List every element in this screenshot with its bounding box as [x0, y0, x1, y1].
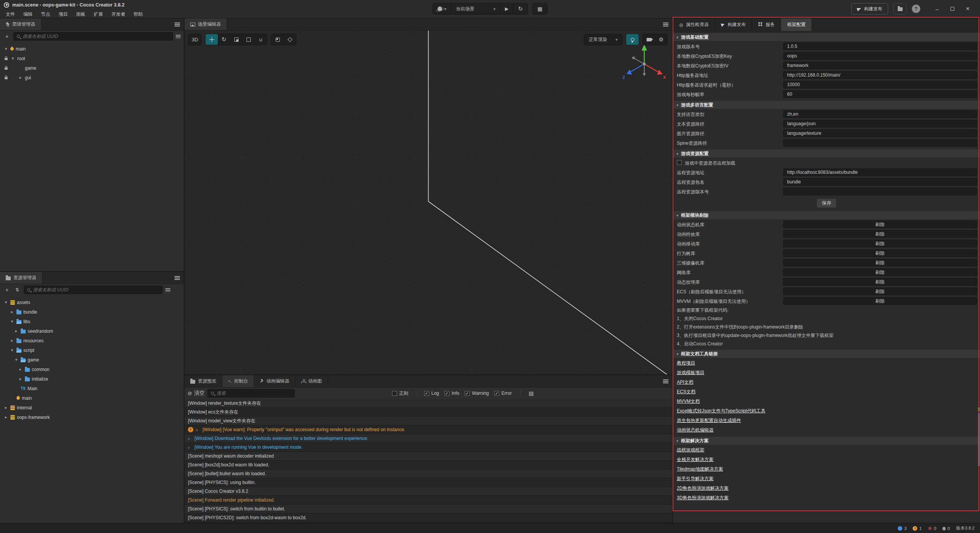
chevron-down-icon[interactable]: ▾: [14, 357, 19, 362]
anchor-tool-button[interactable]: ∪: [255, 34, 267, 45]
cull-button[interactable]: 剔除: [783, 221, 977, 228]
tab-service[interactable]: 服务: [752, 18, 781, 31]
current-scene-dropdown[interactable]: 当前场景 ▾: [451, 3, 500, 14]
cull-button[interactable]: 剔除: [783, 259, 977, 266]
menu-item[interactable]: 编辑: [19, 10, 37, 18]
field-input[interactable]: bundle: [783, 178, 977, 186]
play-button[interactable]: ▶: [500, 3, 513, 14]
cull-button[interactable]: 剔除: [783, 240, 977, 247]
notification-badge[interactable]: 0: [942, 526, 950, 531]
menu-item[interactable]: 扩展: [90, 10, 107, 18]
cull-button[interactable]: 剔除: [783, 288, 977, 295]
hierarchy-search-input[interactable]: 搜索名称或 UUID: [13, 32, 173, 41]
field-input[interactable]: language/json: [783, 120, 977, 128]
doc-link[interactable]: 战棋游戏框架: [677, 447, 704, 453]
tab-framework-config[interactable]: 框架配置: [781, 18, 812, 31]
scrollbar-thumb[interactable]: [978, 413, 980, 466]
field-input[interactable]: 10000: [783, 81, 977, 88]
open-project-folder-button[interactable]: [893, 3, 906, 15]
doc-link[interactable]: 教程项目: [677, 360, 695, 366]
clear-console-button[interactable]: ⊘ 清空: [188, 389, 205, 397]
chevron-down-icon[interactable]: ▾: [10, 56, 15, 61]
section-header[interactable]: ▾框架文档工具链接: [673, 349, 980, 358]
chevron-right-icon[interactable]: ▸: [10, 309, 15, 314]
log-count-badge[interactable]: 3: [898, 526, 906, 531]
chevron-right-icon[interactable]: ▸: [18, 75, 23, 80]
filter-checkbox[interactable]: ✓: [494, 391, 499, 396]
filter-error[interactable]: ✓Error: [494, 391, 512, 396]
chevron-down-icon[interactable]: ▾: [3, 46, 8, 51]
assets-search-input[interactable]: 搜索名称或 UUID: [24, 286, 163, 294]
scale-tool-button[interactable]: [230, 34, 242, 45]
section-header[interactable]: ▾游戏资源配置: [673, 149, 980, 158]
filter-log[interactable]: ✓Log: [424, 391, 439, 396]
toggle-3d-button[interactable]: 3D: [189, 34, 201, 45]
filter-checkbox[interactable]: ✓: [424, 391, 429, 396]
tab-scene-editor[interactable]: 场景编辑器: [185, 18, 227, 30]
tab-console-2[interactable]: 动画编辑器: [254, 375, 296, 387]
field-input[interactable]: oops: [783, 52, 977, 60]
regex-toggle[interactable]: 正则: [392, 390, 408, 397]
snap-corner-button[interactable]: [271, 34, 284, 45]
cull-button[interactable]: 剔除: [783, 297, 977, 305]
field-input[interactable]: http://192.168.0.150/main/: [783, 71, 977, 79]
rotate-tool-button[interactable]: ↻: [218, 34, 230, 45]
tree-row[interactable]: ▾libs: [0, 317, 184, 326]
doc-link[interactable]: 全栈开发解决方案: [677, 456, 714, 463]
tab-console[interactable]: >_控制台: [222, 375, 254, 387]
rect-tool-button[interactable]: [242, 34, 255, 45]
filter-checkbox[interactable]: ✓: [465, 391, 470, 396]
camera-preview-button[interactable]: [643, 34, 655, 45]
scene-viewport[interactable]: 3D ↻ ∪ 正常渲染 ▾ ⚙: [185, 31, 672, 374]
close-button[interactable]: ×: [960, 3, 975, 15]
tree-row[interactable]: ▾main: [0, 44, 184, 54]
tree-row[interactable]: ▸oops-framework: [0, 412, 184, 422]
doc-link[interactable]: 原生包热更新配置自动生成插件: [677, 417, 741, 424]
chevron-right-icon[interactable]: ▸: [18, 367, 23, 372]
expand-chevron-icon[interactable]: ›: [196, 427, 200, 433]
chevron-down-icon[interactable]: ▾: [10, 348, 15, 353]
section-header[interactable]: ▾游戏多语言配置: [673, 100, 980, 110]
tree-row[interactable]: ▸bundle: [0, 307, 184, 317]
panel-menu-icon[interactable]: [663, 23, 668, 26]
field-input[interactable]: language/texture: [783, 129, 977, 137]
tree-row[interactable]: ▸seedrandom: [0, 326, 184, 336]
filter-info[interactable]: ✓Info: [444, 391, 459, 396]
tab-assets[interactable]: 资源管理器: [0, 272, 42, 284]
field-input[interactable]: 1.0.5: [783, 43, 977, 50]
orientation-gizmo[interactable]: Y X Z: [619, 39, 669, 89]
sort-assets-button[interactable]: ⇅: [13, 286, 21, 294]
create-asset-button[interactable]: +: [3, 286, 11, 294]
scene-settings-button[interactable]: ⚙: [655, 34, 667, 45]
move-tool-button[interactable]: [206, 34, 218, 45]
section-header[interactable]: ▾框架模块剔除: [673, 211, 980, 220]
tab-inspector[interactable]: ◎属性检查器: [673, 18, 715, 31]
tree-row[interactable]: ▾root: [0, 54, 184, 63]
tree-row[interactable]: ▸common: [0, 365, 184, 374]
console-search-input[interactable]: 搜索: [207, 389, 295, 397]
doc-link[interactable]: ECS文档: [677, 389, 696, 395]
tab-console-3[interactable]: 动画图: [296, 375, 328, 387]
filter-icon[interactable]: [165, 288, 170, 292]
tree-row[interactable]: ▾script: [0, 345, 184, 355]
doc-link[interactable]: 3D角色扮演游戏解决方案: [677, 495, 728, 501]
tree-row[interactable]: TSMain: [0, 384, 184, 393]
section-header[interactable]: ▾游戏基础配置: [673, 33, 980, 42]
build-publish-button[interactable]: 构建发布: [851, 3, 888, 15]
cull-button[interactable]: 剔除: [783, 278, 977, 286]
menu-item[interactable]: 项目: [54, 10, 72, 18]
doc-link[interactable]: 动画状态机编辑器: [677, 427, 714, 433]
restart-button[interactable]: ↻: [513, 3, 528, 14]
tree-row[interactable]: ▸initialize: [0, 374, 184, 384]
tab-hierarchy[interactable]: 层级管理器: [0, 18, 41, 30]
doc-link[interactable]: 新手引导解决方案: [677, 476, 714, 482]
doc-link[interactable]: 游戏模板项目: [677, 370, 704, 376]
chevron-right-icon[interactable]: ▸: [3, 405, 8, 410]
field-input[interactable]: framework: [783, 62, 977, 69]
panel-menu-icon[interactable]: [663, 379, 668, 383]
section-header[interactable]: ▾框架解决方案: [673, 436, 980, 445]
cull-button[interactable]: 剔除: [783, 249, 977, 257]
menu-item[interactable]: 面板: [72, 10, 90, 18]
chevron-right-icon[interactable]: ▸: [10, 338, 15, 343]
field-input[interactable]: [783, 139, 977, 147]
